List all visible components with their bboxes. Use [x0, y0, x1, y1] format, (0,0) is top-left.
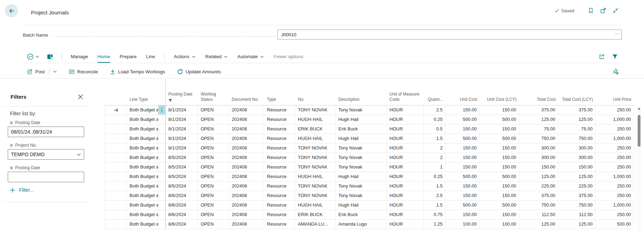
row-select-cell[interactable] — [105, 210, 127, 220]
menu-actions[interactable]: Actions — [174, 54, 195, 59]
row-select-cell[interactable] — [105, 134, 127, 143]
cell-worklog-status[interactable]: OPEN — [198, 182, 229, 191]
cell-unit-cost[interactable]: 150.00 — [446, 163, 480, 172]
cell-total-cost[interactable]: 300.00 — [519, 153, 558, 163]
cell-worklog-status[interactable]: OPEN — [198, 115, 229, 124]
menu-automate[interactable]: Automate — [237, 54, 264, 59]
row-context-menu-cell[interactable]: ⋮ — [158, 153, 165, 163]
column-header-quantity[interactable]: Quant... — [424, 79, 446, 105]
cell-description[interactable]: Tony Novak — [336, 182, 387, 191]
cell-unit-cost[interactable]: 150.00 — [446, 124, 480, 134]
column-header-no[interactable]: No. — [295, 79, 336, 105]
cell-worklog-status[interactable]: OPEN — [198, 201, 229, 210]
cell-description[interactable]: Hugh Hail — [336, 134, 387, 143]
cell-no[interactable]: TONY NOVAK — [295, 105, 336, 115]
cell-no[interactable]: TONY NOVAK — [295, 191, 336, 201]
cell-unit-price[interactable]: 1,000.00 — [596, 134, 634, 143]
cell-unit-cost-lcy[interactable]: 500.00 — [480, 201, 519, 210]
chevron-down-icon[interactable] — [53, 70, 57, 73]
cell-total-cost-lcy[interactable]: 375.00 — [558, 105, 596, 115]
cell-type[interactable]: Resource — [264, 220, 295, 229]
cell-type[interactable]: Resource — [264, 115, 295, 124]
cell-uom[interactable]: HOUR — [387, 124, 424, 134]
cell-type[interactable]: Resource — [264, 124, 295, 134]
scrollbar-thumb[interactable] — [638, 115, 640, 147]
row-select-cell[interactable] — [105, 153, 127, 163]
column-header-unit-price[interactable]: Unit Price — [596, 79, 634, 105]
batch-name-input[interactable] — [277, 30, 622, 39]
column-header-type[interactable]: Type — [264, 79, 295, 105]
cell-line-type[interactable]: Both Budget a... — [127, 115, 158, 124]
cell-unit-cost[interactable]: 500.00 — [446, 172, 480, 182]
cell-total-cost[interactable]: 750.00 — [519, 134, 558, 143]
cell-description[interactable]: Tony Novak — [336, 143, 387, 153]
row-context-menu-cell[interactable]: ⋮ — [158, 172, 165, 182]
cell-uom[interactable]: HOUR — [387, 182, 424, 191]
cell-description[interactable]: Hugh Hail — [336, 172, 387, 182]
cell-uom[interactable]: HOUR — [387, 143, 424, 153]
cell-description[interactable]: Tony Novak — [336, 163, 387, 172]
remove-filter-icon[interactable] — [10, 166, 13, 170]
cell-total-cost-lcy[interactable]: 750.00 — [558, 201, 596, 210]
cell-unit-cost-lcy[interactable]: 500.00 — [480, 172, 519, 182]
cell-total-cost[interactable]: 375.00 — [519, 191, 558, 201]
cell-total-cost[interactable]: 125.00 — [519, 220, 558, 229]
cell-uom[interactable]: HOUR — [387, 163, 424, 172]
cell-unit-cost[interactable]: 150.00 — [446, 143, 480, 153]
cell-description[interactable]: Tony Novak — [336, 105, 387, 115]
cell-unit-price[interactable]: 250.00 — [596, 153, 634, 163]
cell-quantity[interactable]: 1.5 — [424, 182, 446, 191]
cell-line-type[interactable]: Both Budget a... — [127, 210, 158, 220]
cell-unit-price[interactable]: 250.00 — [596, 191, 634, 201]
row-select-cell[interactable] — [105, 124, 127, 134]
remove-filter-icon[interactable] — [10, 121, 13, 124]
cell-unit-cost[interactable]: 500.00 — [446, 115, 480, 124]
cell-type[interactable]: Resource — [264, 191, 295, 201]
menu-related[interactable]: Related — [205, 54, 228, 59]
column-header-worklog-status[interactable]: Worklog Status — [198, 79, 229, 105]
cell-line-type[interactable]: Both Budget a... — [127, 191, 158, 201]
posting-date-filter-input[interactable] — [8, 127, 84, 137]
tab-manage[interactable]: Manage — [71, 50, 88, 63]
bookmark-icon[interactable] — [588, 7, 594, 14]
cell-quantity[interactable]: 1.25 — [424, 220, 446, 229]
cell-total-cost-lcy[interactable]: 125.00 — [558, 220, 596, 229]
column-header-total-cost[interactable]: Total Cost — [519, 79, 558, 105]
fewer-options-button[interactable]: Fewer options — [274, 54, 304, 59]
cell-worklog-status[interactable]: OPEN — [198, 105, 229, 115]
cell-uom[interactable]: HOUR — [387, 220, 424, 229]
cell-worklog-status[interactable]: OPEN — [198, 163, 229, 172]
cell-worklog-status[interactable]: OPEN — [198, 191, 229, 201]
cell-unit-cost-lcy[interactable]: 150.00 — [480, 210, 519, 220]
cell-quantity[interactable]: 1.5 — [424, 134, 446, 143]
cell-total-cost-lcy[interactable]: 300.00 — [558, 153, 596, 163]
cell-unit-price[interactable]: 250.00 — [596, 124, 634, 134]
cell-total-cost[interactable]: 375.00 — [519, 105, 558, 115]
cell-document-no[interactable]: 202408 — [229, 201, 264, 210]
cell-no[interactable]: TONY NOVAK — [295, 182, 336, 191]
cell-type[interactable]: Resource — [264, 210, 295, 220]
cell-unit-price[interactable]: 500.00 — [596, 220, 634, 229]
row-select-cell[interactable] — [105, 182, 127, 191]
cell-unit-price[interactable]: 1,000.00 — [596, 172, 634, 182]
cell-worklog-status[interactable]: OPEN — [198, 153, 229, 163]
cell-quantity[interactable]: 0.25 — [424, 172, 446, 182]
batch-name-lookup-button[interactable]: ... — [614, 30, 619, 35]
cell-description[interactable]: Hugh Hail — [336, 201, 387, 210]
row-context-menu-cell[interactable]: ⋮ — [158, 220, 165, 229]
cell-type[interactable]: Resource — [264, 153, 295, 163]
cell-no[interactable]: HUGH HAIL — [295, 115, 336, 124]
cell-uom[interactable]: HOUR — [387, 105, 424, 115]
cell-no[interactable]: ERIK BUCK — [295, 124, 336, 134]
row-context-menu-cell[interactable]: ⋮ — [158, 191, 165, 201]
cell-unit-cost-lcy[interactable]: 150.00 — [480, 143, 519, 153]
cell-unit-price[interactable]: 1,000.00 — [596, 115, 634, 124]
cell-quantity[interactable]: 2.5 — [424, 105, 446, 115]
tab-prepare[interactable]: Prepare — [120, 50, 137, 63]
cell-type[interactable]: Resource — [264, 134, 295, 143]
cell-no[interactable]: TONY NOVAK — [295, 163, 336, 172]
column-header-line-type[interactable]: Line Type — [127, 79, 158, 105]
cell-line-type[interactable]: Both Budget a... — [127, 172, 158, 182]
cell-unit-cost-lcy[interactable]: 150.00 — [480, 182, 519, 191]
cell-type[interactable]: Resource — [264, 172, 295, 182]
